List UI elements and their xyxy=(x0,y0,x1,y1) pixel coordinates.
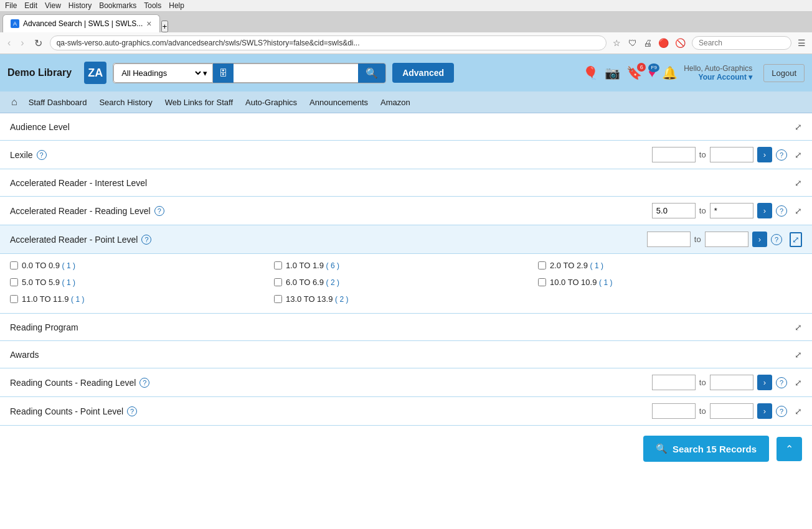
rc-reading-to-input[interactable] xyxy=(710,375,753,390)
search-records-button[interactable]: 🔍 Search 15 Records xyxy=(643,436,769,462)
ar-point-range-help-icon[interactable]: ? xyxy=(771,234,782,245)
home-icon[interactable]: ⌂ xyxy=(7,94,21,110)
forward-button[interactable]: › xyxy=(18,36,26,50)
list-item: 5.0 TO 5.9 ( 1 ) xyxy=(10,276,274,289)
nav-web-links[interactable]: Web Links for Staff xyxy=(160,95,238,110)
lexile-range-help-icon[interactable]: ? xyxy=(776,149,787,161)
bell-icon-button[interactable]: 🔔 xyxy=(662,65,677,80)
menu-edit[interactable]: Edit xyxy=(24,1,37,10)
bookmark-star-icon[interactable]: ☆ xyxy=(611,37,622,49)
rc-reading-expand-icon[interactable]: ⤢ xyxy=(795,378,802,388)
ar-point-to-input[interactable] xyxy=(705,232,748,247)
nav-announcements[interactable]: Announcements xyxy=(304,95,373,110)
rc-reading-from-input[interactable] xyxy=(652,375,696,390)
ar-interest-expand-icon[interactable]: ⤢ xyxy=(795,178,802,188)
ar-point-from-input[interactable] xyxy=(647,232,691,247)
rc-reading-help-icon[interactable]: ? xyxy=(139,378,149,388)
menu-history[interactable]: History xyxy=(68,1,92,10)
ar-reading-row: Accelerated Reader - Reading Level ? to … xyxy=(0,197,812,225)
lexile-expand-icon[interactable]: ⤢ xyxy=(795,150,802,160)
rc-point-from-input[interactable] xyxy=(652,403,696,419)
checkbox-0-0.9-label[interactable]: 0.0 TO 0.9 ( 1 ) xyxy=(22,261,75,270)
ar-reading-go-button[interactable]: › xyxy=(757,203,772,218)
ar-point-to-label: to xyxy=(694,235,701,244)
search-type-dropdown[interactable]: All Headings Title Author Subject ▾ xyxy=(113,63,213,83)
lexile-help-icon[interactable]: ? xyxy=(37,150,47,160)
ar-reading-help-icon[interactable]: ? xyxy=(154,206,164,216)
new-tab-button[interactable]: + xyxy=(161,21,169,32)
back-button[interactable]: ‹ xyxy=(5,36,13,50)
rc-point-range-help-icon[interactable]: ? xyxy=(776,406,787,417)
checkbox-6-6.9-label[interactable]: 6.0 TO 6.9 ( 2 ) xyxy=(286,278,339,287)
rc-point-go-button[interactable]: › xyxy=(757,403,772,419)
refresh-button[interactable]: ↻ xyxy=(32,36,45,50)
checkbox-0-0.9[interactable] xyxy=(10,261,18,269)
ar-point-help-icon[interactable]: ? xyxy=(141,235,151,245)
active-tab[interactable]: A Advanced Search | SWLS | SWLS... × xyxy=(2,14,160,32)
heart-icon-button[interactable]: ♥ F9 xyxy=(648,66,656,80)
ar-reading-expand-icon[interactable]: ⤢ xyxy=(795,206,802,216)
logout-button[interactable]: Logout xyxy=(763,64,805,82)
nav-amazon[interactable]: Amazon xyxy=(375,95,415,110)
scroll-to-top-button[interactable]: ⌃ xyxy=(777,437,802,461)
rc-reading-label: Reading Counts - Reading Level ? xyxy=(10,378,652,388)
nav-auto-graphics[interactable]: Auto-Graphics xyxy=(240,95,302,110)
database-icon-button[interactable]: 🗄 xyxy=(213,63,234,83)
user-hello-text: Hello, Auto-Graphics xyxy=(684,64,752,73)
advanced-button[interactable]: Advanced xyxy=(392,63,454,83)
checkbox-2-2.9-label[interactable]: 2.0 TO 2.9 ( 1 ) xyxy=(550,261,603,270)
footer-area: 🔍 Search 15 Records ⌃ xyxy=(0,426,812,472)
checkbox-1-1.9-label[interactable]: 1.0 TO 1.9 ( 6 ) xyxy=(286,261,339,270)
checkbox-1-1.9[interactable] xyxy=(274,261,282,269)
menu-help[interactable]: Help xyxy=(169,1,184,10)
ar-point-go-button[interactable]: › xyxy=(752,232,767,247)
checkbox-10-10.9[interactable] xyxy=(538,278,546,286)
address-input[interactable] xyxy=(50,35,607,50)
rc-reading-go-button[interactable]: › xyxy=(757,375,772,390)
menu-tools[interactable]: Tools xyxy=(144,1,161,10)
user-info: Hello, Auto-Graphics Your Account ▾ xyxy=(684,64,752,82)
bookmark-list-icon-button[interactable]: 🔖 6 xyxy=(626,65,642,80)
user-account-link[interactable]: Your Account ▾ xyxy=(684,73,752,82)
lexile-to-input[interactable] xyxy=(710,147,753,162)
nav-search-history[interactable]: Search History xyxy=(94,95,157,110)
main-content: Audience Level ⤢ Lexile ? to › ? ⤢ Accel… xyxy=(0,113,812,472)
search-type-select[interactable]: All Headings Title Author Subject xyxy=(119,68,203,78)
checkbox-10-10.9-label[interactable]: 10.0 TO 10.9 ( 1 ) xyxy=(550,278,612,287)
checkbox-2-2.9[interactable] xyxy=(538,261,546,269)
lexile-go-button[interactable]: › xyxy=(757,147,772,162)
awards-expand-icon[interactable]: ⤢ xyxy=(795,350,802,360)
tab-close-button[interactable]: × xyxy=(146,19,151,29)
browser-search-input[interactable] xyxy=(692,36,791,50)
main-search-input[interactable] xyxy=(234,63,358,83)
checkbox-5-5.9[interactable] xyxy=(10,278,18,286)
rc-point-to-input[interactable] xyxy=(710,403,753,419)
ar-reading-range-help-icon[interactable]: ? xyxy=(776,205,787,217)
audience-level-expand-icon[interactable]: ⤢ xyxy=(795,122,802,132)
menu-file[interactable]: File xyxy=(5,1,17,10)
checkbox-13-13.9-label[interactable]: 13.0 TO 13.9 ( 2 ) xyxy=(286,294,348,304)
rc-reading-range-help-icon[interactable]: ? xyxy=(776,377,787,388)
checkbox-11-11.9[interactable] xyxy=(10,295,18,303)
checkbox-11-11.9-label[interactable]: 11.0 TO 11.9 ( 1 ) xyxy=(22,294,84,304)
ar-reading-from-input[interactable] xyxy=(652,203,696,218)
balloon-icon-button[interactable]: 🎈 xyxy=(583,65,598,80)
checkbox-5-5.9-label[interactable]: 5.0 TO 5.9 ( 1 ) xyxy=(22,278,75,287)
menu-view[interactable]: View xyxy=(45,1,61,10)
search-submit-button[interactable]: 🔍 xyxy=(358,63,385,83)
menu-bookmarks[interactable]: Bookmarks xyxy=(99,1,136,10)
reading-program-expand-icon[interactable]: ⤢ xyxy=(795,322,802,332)
checkbox-13-13.9[interactable] xyxy=(274,295,282,303)
nav-staff-dashboard[interactable]: Staff Dashboard xyxy=(24,95,92,110)
hamburger-icon[interactable]: ☰ xyxy=(796,37,807,49)
block-icon: 🚫 xyxy=(674,37,687,49)
ar-reading-to-input[interactable] xyxy=(710,203,753,218)
rc-point-expand-icon[interactable]: ⤢ xyxy=(795,406,802,416)
audience-level-label: Audience Level xyxy=(10,122,787,132)
camera-icon-button[interactable]: 📷 xyxy=(605,65,620,80)
lexile-from-input[interactable] xyxy=(652,147,696,162)
rc-point-help-icon[interactable]: ? xyxy=(127,406,137,416)
print-icon[interactable]: 🖨 xyxy=(642,37,653,49)
checkbox-6-6.9[interactable] xyxy=(274,278,282,286)
ar-point-expand-icon[interactable]: ⤢ xyxy=(790,232,802,247)
